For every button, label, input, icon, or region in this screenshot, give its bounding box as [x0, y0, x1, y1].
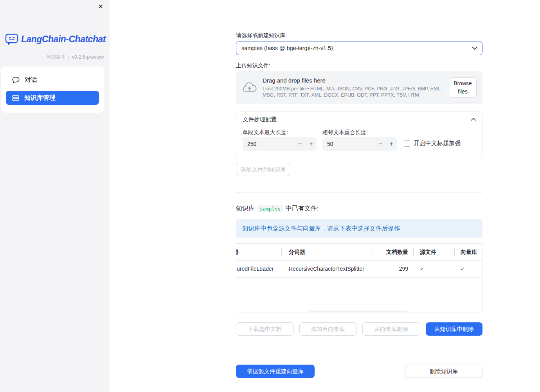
sidebar: ✕ LangChain-Chatchat 当前版本：v0.2.6-preview…	[0, 0, 110, 392]
uploader-texts: Drag and drop files here Limit 200MB per…	[263, 77, 442, 98]
info-alert: 知识库中包含源文件与向量库，请从下表中选择文件后操作	[236, 219, 482, 238]
uploader-hint: Limit 200MB per file • HTML, MD, JSON, C…	[263, 86, 442, 98]
file-actions-row: 下载选中文档 添加至向量库 从向量库删除 从知识库中删除	[236, 322, 482, 336]
overlap-size-label: 相邻文本重合长度:	[322, 129, 368, 136]
cell-splitter[interactable]: RecursiveCharacterTextSplitter	[281, 261, 371, 277]
overlap-increment-button[interactable]: +	[386, 137, 397, 151]
chat-bubble-icon	[12, 77, 20, 83]
chunk-size-decrement-button[interactable]: −	[295, 137, 306, 151]
chatchat-logo-icon	[5, 33, 18, 45]
file-config-expander-header[interactable]: 文件处理配置	[236, 112, 482, 127]
version-line: 当前版本：v0.2.6-preview	[46, 54, 104, 61]
delete-from-kb-button[interactable]: 从知识库中删除	[426, 322, 483, 336]
stack-icon	[12, 95, 19, 101]
cell-loader[interactable]: uredFileLoader	[236, 261, 281, 277]
checkbox-box[interactable]	[404, 140, 410, 147]
chevron-down-icon	[472, 47, 477, 50]
sidebar-item-label: 对话	[25, 76, 37, 84]
table-header-row: 器 分词器 文档数量 源文件 向量库	[236, 244, 482, 261]
col-header-doc-count[interactable]: 文档数量	[371, 244, 413, 260]
column-separator	[281, 248, 282, 256]
add-to-vector-store-button[interactable]: 添加至向量库	[299, 322, 357, 336]
kb-select[interactable]: samples (faiss @ bge-large-zh-v1.5)	[236, 41, 482, 55]
chunk-size-input[interactable]	[243, 141, 295, 147]
chunk-size-increment-button[interactable]: +	[306, 137, 317, 151]
version-label: 当前版本：	[46, 54, 71, 60]
kb-files-table[interactable]: 器 分词器 文档数量 源文件 向量库 uredFileLoader Recurs…	[236, 243, 482, 313]
heading-prefix: 知识库	[236, 205, 255, 213]
browse-files-button[interactable]: Browse files	[449, 77, 477, 98]
sidebar-item-dialogue[interactable]: 对话	[6, 73, 99, 87]
file-config-expander: 文件处理配置 单段文本最大长度: 相邻文本重合长度: − + − + 开启中文标…	[236, 111, 482, 156]
cell-doc-count[interactable]: 299	[371, 261, 413, 277]
download-selected-button[interactable]: 下载选中文档	[236, 322, 294, 336]
checkbox-label: 开启中文标题加强	[414, 140, 461, 147]
version-value: v0.2.6-preview	[72, 54, 104, 60]
zh-title-enhance-checkbox[interactable]: 开启中文标题加强	[404, 140, 461, 147]
upload-label: 上传知识文件:	[236, 62, 270, 69]
table-row[interactable]: uredFileLoader RecursiveCharacterTextSpl…	[236, 261, 482, 278]
chunk-size-input-group: − +	[243, 137, 317, 151]
info-alert-text: 知识库中包含源文件与向量库，请从下表中选择文件后操作	[242, 225, 400, 233]
delete-kb-button[interactable]: 删除知识库	[405, 365, 482, 378]
column-separator	[413, 248, 414, 256]
sidebar-item-kb-management[interactable]: 知识库管理	[6, 91, 99, 105]
app-logo-text: LangChain-Chatchat	[21, 34, 106, 45]
col-header-source-file[interactable]: 源文件	[413, 244, 454, 260]
app-logo: LangChain-Chatchat	[5, 33, 106, 45]
sidebar-menu: 对话 知识库管理	[1, 67, 104, 113]
delete-from-vector-store-button[interactable]: 从向量库删除	[362, 322, 420, 336]
kb-name-code: samples	[257, 205, 283, 212]
kb-select-label: 请选择或新建知识库:	[236, 32, 287, 39]
kb-files-heading: 知识库 samples 中已有文件:	[236, 205, 319, 213]
col-header-splitter[interactable]: 分词器	[281, 244, 371, 260]
column-separator	[371, 248, 371, 256]
cell-source-file[interactable]: ✓	[413, 261, 454, 277]
column-separator	[454, 248, 455, 256]
overlap-decrement-button[interactable]: −	[375, 137, 386, 151]
add-files-to-kb-button[interactable]: 添加文件到知识库	[236, 163, 290, 176]
chunk-size-label: 单段文本最大长度:	[243, 129, 288, 136]
col-header-vector-store[interactable]: 向量库	[454, 244, 482, 260]
divider	[236, 351, 482, 351]
col-header-loader[interactable]: 器	[236, 244, 281, 260]
overlap-size-input-group: − +	[322, 137, 397, 151]
rebuild-vector-store-button[interactable]: 依据源文件重建向量库	[236, 365, 315, 378]
heading-suffix: 中已有文件:	[286, 205, 319, 213]
sidebar-item-label: 知识库管理	[24, 94, 56, 102]
divider	[236, 192, 482, 192]
expander-title: 文件处理配置	[243, 116, 277, 123]
sidebar-close-icon[interactable]: ✕	[96, 2, 105, 11]
file-uploader-dropzone[interactable]: Drag and drop files here Limit 200MB per…	[236, 71, 482, 104]
table-horizontal-scrollbar[interactable]	[310, 311, 407, 312]
cell-vector-store[interactable]: ✓	[454, 261, 482, 277]
uploader-title: Drag and drop files here	[263, 77, 442, 84]
overlap-size-input[interactable]	[322, 141, 375, 147]
kb-select-value: samples (faiss @ bge-large-zh-v1.5)	[241, 45, 333, 51]
chevron-up-icon	[471, 118, 476, 121]
cloud-upload-icon	[242, 82, 257, 93]
